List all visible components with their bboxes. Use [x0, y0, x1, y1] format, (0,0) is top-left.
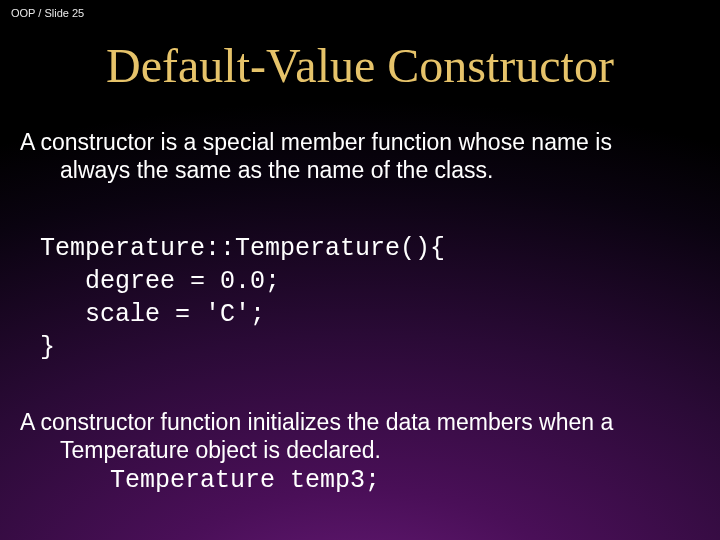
declaration-line: Temperature temp3; [20, 466, 690, 497]
para2-line2: Temperature object is declared. [20, 436, 690, 464]
paragraph-1: A constructor is a special member functi… [20, 128, 690, 184]
para2-line1: A constructor function initializes the d… [20, 408, 690, 436]
breadcrumb: OOP / Slide 25 [11, 7, 84, 19]
slide-title: Default-Value Constructor [0, 38, 720, 93]
para1-line2: always the same as the name of the class… [20, 156, 690, 184]
slide: OOP / Slide 25 Default-Value Constructor… [0, 0, 720, 540]
code-block: Temperature::Temperature(){ degree = 0.0… [40, 232, 690, 364]
slide-body: A constructor is a special member functi… [20, 128, 690, 497]
para1-line1: A constructor is a special member functi… [20, 129, 612, 155]
paragraph-2: A constructor function initializes the d… [20, 408, 690, 497]
